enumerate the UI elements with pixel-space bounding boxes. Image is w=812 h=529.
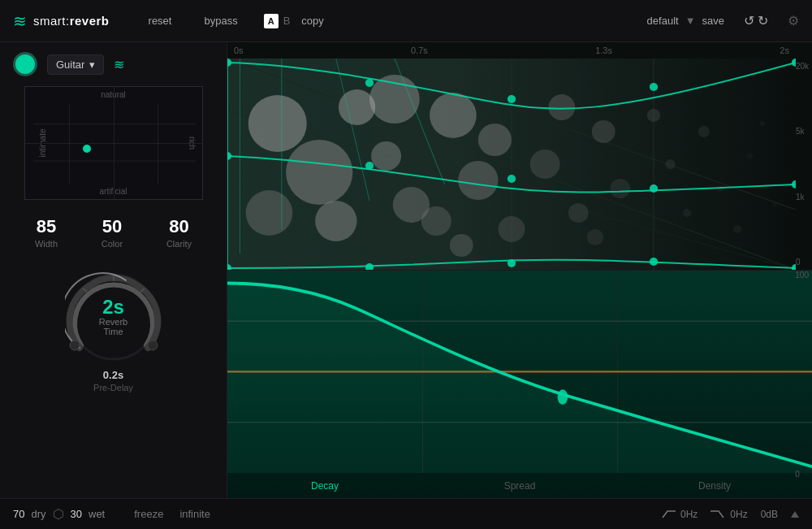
header: ≋ smart:reverb reset bypass A B copy def… xyxy=(0,0,812,42)
svg-point-48 xyxy=(772,202,777,207)
gain-db[interactable]: 0dB xyxy=(761,509,778,520)
left-panel: Guitar ▾ ≋ natural artificial intimate r… xyxy=(0,42,227,498)
settings-icon[interactable]: ⚙ xyxy=(788,13,799,28)
freq-5k: 5k xyxy=(796,127,809,136)
svg-point-36 xyxy=(568,203,589,223)
reverb-section: 2s Reverb Time 0.2s Pre-Delay xyxy=(13,268,214,393)
envelope-section[interactable]: Decay Spread Density 100 0 xyxy=(227,270,812,498)
clarity-param[interactable]: 80 Clarity xyxy=(166,216,192,249)
link-icon[interactable]: ⬡ xyxy=(53,506,64,522)
envelope-labels: Decay Spread Density xyxy=(227,480,812,492)
svg-point-25 xyxy=(371,141,401,171)
clarity-value: 80 xyxy=(169,216,188,237)
svg-point-47 xyxy=(760,121,765,126)
bottom-right-controls: 0Hz 0Hz 0dB xyxy=(661,509,799,520)
reset-button[interactable]: reset xyxy=(142,11,179,30)
color-value: 50 xyxy=(102,216,122,237)
reverb-time-knob[interactable]: 2s Reverb Time xyxy=(65,268,162,366)
svg-point-38 xyxy=(587,229,604,245)
copy-button[interactable]: copy xyxy=(295,11,330,30)
infinite-button[interactable]: infinite xyxy=(179,508,210,520)
freq-0: 0 xyxy=(796,258,809,267)
svg-point-32 xyxy=(499,216,525,242)
highcut-hz[interactable]: 0Hz xyxy=(730,509,747,520)
width-param[interactable]: 85 Width xyxy=(35,216,58,249)
instrument-dropdown-arrow: ▾ xyxy=(89,59,95,71)
right-panel: 0s 0.7s 1.3s 2s 20k 5k 1k 0 xyxy=(227,42,812,498)
instrument-selector[interactable]: Guitar ▾ xyxy=(47,54,104,75)
save-button[interactable]: save xyxy=(702,15,724,27)
predelay-value[interactable]: 0.2s xyxy=(103,369,123,381)
bypass-button[interactable]: bypass xyxy=(197,11,244,30)
reverb-svg xyxy=(227,59,796,270)
svg-point-21 xyxy=(286,140,352,205)
clarity-label: Clarity xyxy=(166,239,192,249)
svg-point-40 xyxy=(647,109,660,122)
spread-label[interactable]: Spread xyxy=(422,480,617,492)
env-axis-top: 100 xyxy=(795,271,809,280)
reverb-visualization[interactable]: 0s 0.7s 1.3s 2s 20k 5k 1k 0 xyxy=(227,42,812,270)
svg-point-41 xyxy=(665,159,675,169)
freq-1k: 1k xyxy=(796,193,809,202)
time-3: 2s xyxy=(780,46,789,55)
lowcut-control: 0Hz xyxy=(661,509,698,520)
svg-point-55 xyxy=(365,79,374,87)
reverb-time-value: 2s xyxy=(89,297,138,317)
svg-point-42 xyxy=(683,209,691,217)
instrument-row: Guitar ▾ ≋ xyxy=(13,52,214,76)
preset-dropdown-arrow[interactable]: ▼ xyxy=(685,15,696,27)
logo: ≋ smart:reverb xyxy=(13,11,110,31)
svg-point-34 xyxy=(548,94,575,120)
svg-point-45 xyxy=(733,225,741,233)
freeze-button[interactable]: freeze xyxy=(134,508,163,520)
svg-point-37 xyxy=(592,120,615,143)
freeze-infinite-group: freeze infinite xyxy=(134,508,210,520)
main-content: Guitar ▾ ≋ natural artificial intimate r… xyxy=(0,42,812,498)
color-param[interactable]: 50 Color xyxy=(102,216,123,249)
envelope-svg xyxy=(227,271,812,498)
instrument-name: Guitar xyxy=(56,59,84,71)
time-1: 0.7s xyxy=(411,46,428,55)
logo-icon: ≋ xyxy=(13,11,27,31)
svg-point-46 xyxy=(746,153,753,159)
wet-value[interactable]: 30 xyxy=(71,508,82,520)
svg-point-26 xyxy=(369,75,420,124)
ab-b-button[interactable]: B xyxy=(283,15,291,27)
svg-point-39 xyxy=(610,179,630,198)
smart-mode-icon[interactable]: ≋ xyxy=(114,57,124,72)
preset-group: default ▼ save xyxy=(647,15,724,27)
highcut-icon xyxy=(710,509,725,519)
viz-canvas xyxy=(227,59,796,270)
redo-button[interactable]: ↻ xyxy=(758,13,768,28)
character-cursor[interactable] xyxy=(81,143,93,154)
expand-icon[interactable] xyxy=(791,511,799,518)
svg-point-30 xyxy=(421,206,451,236)
predelay-row: 0.2s Pre-Delay xyxy=(93,369,133,393)
char-crosshair xyxy=(25,87,202,199)
knob-center: 2s Reverb Time xyxy=(89,297,138,336)
dry-wet-row: 70 dry ⬡ 30 wet xyxy=(13,506,105,522)
svg-point-24 xyxy=(315,201,356,241)
svg-point-22 xyxy=(246,190,293,236)
time-2: 1.3s xyxy=(595,46,612,55)
width-value: 85 xyxy=(37,216,56,237)
lowcut-hz[interactable]: 0Hz xyxy=(680,509,698,520)
dry-value[interactable]: 70 xyxy=(13,508,24,520)
bottom-bar: 70 dry ⬡ 30 wet freeze infinite 0Hz xyxy=(0,498,812,529)
time-0: 0s xyxy=(234,46,244,55)
predelay-label: Pre-Delay xyxy=(93,383,133,392)
svg-point-20 xyxy=(248,95,307,152)
width-label: Width xyxy=(35,239,58,249)
header-controls: reset bypass A B copy default ▼ save ↺ ↻… xyxy=(142,11,799,30)
params-row: 85 Width 50 Color 80 Clarity xyxy=(13,210,214,255)
svg-point-12 xyxy=(148,340,158,350)
character-pad[interactable]: natural artificial intimate rich xyxy=(24,86,203,200)
app-container: ≋ smart:reverb reset bypass A B copy def… xyxy=(0,0,812,529)
svg-point-60 xyxy=(365,162,374,170)
undo-redo-group: ↺ ↻ xyxy=(744,13,768,28)
density-label[interactable]: Density xyxy=(617,480,812,492)
instrument-indicator xyxy=(13,52,37,76)
ab-a-button[interactable]: A xyxy=(264,14,279,28)
undo-button[interactable]: ↺ xyxy=(744,13,754,28)
decay-label[interactable]: Decay xyxy=(227,480,422,492)
